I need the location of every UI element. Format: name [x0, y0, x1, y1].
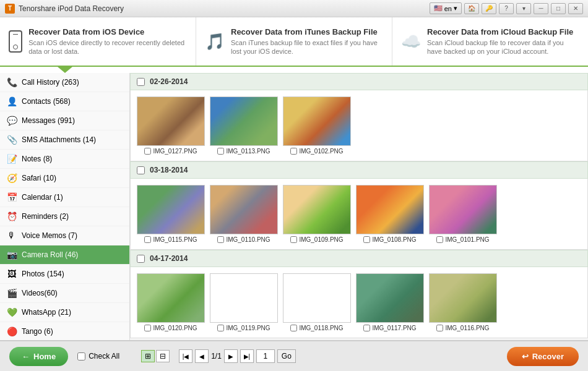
date-label-0: 02-26-2014	[150, 77, 188, 86]
sidebar-item-videos[interactable]: 🎬 Videos(60)	[0, 284, 129, 303]
date-header-1: 03-18-2014	[130, 161, 588, 179]
photo-label-img0110: IMG_0110.PNG	[217, 236, 270, 243]
page-number-input[interactable]	[256, 349, 275, 363]
prev-page-button[interactable]: ◀	[195, 349, 209, 363]
menu-btn[interactable]: ▾	[516, 3, 531, 14]
main-layout: 📞 Call History (263) 👤 Contacts (568) 💬 …	[0, 73, 588, 340]
photo-thumb-img0102[interactable]	[283, 96, 351, 146]
photo-thumb-img0116[interactable]	[429, 273, 497, 323]
photo-checkbox-img0113[interactable]	[217, 148, 224, 155]
photo-label-img0102: IMG_0102.PNG	[290, 148, 343, 155]
itunes-title: Recover Data from iTunes Backup File	[231, 27, 383, 36]
photo-thumb-img0117[interactable]	[356, 273, 424, 323]
go-button[interactable]: Go	[277, 349, 296, 363]
list-view-button[interactable]: ⊟	[156, 350, 170, 362]
photo-thumb-img0115[interactable]	[137, 185, 205, 234]
photo-label-img0127: IMG_0127.PNG	[144, 148, 197, 155]
sidebar-item-contacts[interactable]: 👤 Contacts (568)	[0, 92, 129, 111]
header-icloud-section[interactable]: ☁️ Recover Data from iCloud Backup File …	[392, 17, 588, 66]
window-title: Tenorshare iPod Data Recovery	[19, 4, 430, 13]
photo-thumb-img0127[interactable]	[137, 96, 205, 146]
date-group-2: 04-17-2014 IMG_0120.PNG IMG_0119.PNG IMG…	[130, 250, 588, 338]
sidebar-icon-notes: 📝	[6, 153, 17, 164]
photo-label-img0115: IMG_0115.PNG	[144, 236, 197, 243]
sidebar-icon-photos: 🖼	[6, 268, 17, 279]
photo-checkbox-img0101[interactable]	[436, 236, 443, 243]
maximize-btn[interactable]: □	[551, 3, 566, 14]
ios-title: Recover Data from iOS Device	[28, 27, 187, 36]
recover-icon: ↩	[522, 352, 529, 361]
home-button[interactable]: ← Home	[9, 347, 68, 366]
photo-label-img0101: IMG_0101.PNG	[436, 236, 489, 243]
photo-thumb-img0101[interactable]	[429, 185, 497, 234]
home-arrow-icon: ←	[22, 352, 30, 361]
photo-thumb-img0120[interactable]	[137, 273, 205, 323]
photo-checkbox-img0117[interactable]	[363, 325, 370, 331]
photo-checkbox-img0118[interactable]	[290, 325, 297, 331]
sidebar-item-calendar[interactable]: 📅 Calendar (1)	[0, 188, 129, 207]
header: Recover Data from iOS Device Scan iOS de…	[0, 17, 588, 67]
home-titlebar-btn[interactable]: 🏠	[464, 3, 479, 14]
sidebar-item-call-history[interactable]: 📞 Call History (263)	[0, 73, 129, 92]
sidebar-item-safari[interactable]: 🧭 Safari (10)	[0, 169, 129, 188]
photo-thumb-img0109[interactable]	[283, 185, 351, 234]
date-group-checkbox-2[interactable]	[137, 255, 145, 263]
sidebar-item-photos[interactable]: 🖼 Photos (154)	[0, 265, 129, 284]
photo-filename-img0109: IMG_0109.PNG	[299, 236, 343, 243]
photo-thumb-img0108[interactable]	[356, 185, 424, 234]
sidebar-item-camera-roll[interactable]: 📷 Camera Roll (46)	[0, 245, 129, 265]
photo-checkbox-img0116[interactable]	[436, 325, 443, 331]
sidebar-label-whatsapp: WhatsApp (21)	[22, 308, 71, 317]
date-group-checkbox-1[interactable]	[137, 166, 145, 174]
next-page-button[interactable]: ▶	[224, 349, 238, 363]
sidebar-icon-safari: 🧭	[6, 173, 17, 184]
photo-filename-img0101: IMG_0101.PNG	[445, 236, 489, 243]
last-page-button[interactable]: ▶|	[240, 349, 254, 363]
sidebar-item-sms-attachments[interactable]: 📎 SMS Attachments (14)	[0, 130, 129, 150]
header-ios-section[interactable]: Recover Data from iOS Device Scan iOS de…	[0, 17, 196, 66]
photo-item-img0109: IMG_0109.PNG	[283, 185, 351, 243]
section-pointer	[0, 67, 588, 73]
photo-checkbox-img0119[interactable]	[217, 325, 224, 331]
photo-thumb-img0118[interactable]	[283, 273, 351, 323]
photo-item-img0102: IMG_0102.PNG	[283, 96, 351, 155]
photo-checkbox-img0109[interactable]	[290, 236, 297, 243]
photo-checkbox-img0115[interactable]	[144, 236, 151, 243]
photo-thumb-img0119[interactable]	[210, 273, 278, 323]
photo-checkbox-img0102[interactable]	[290, 148, 297, 155]
sidebar-item-whatsapp[interactable]: 💚 WhatsApp (21)	[0, 303, 129, 322]
help-btn[interactable]: ?	[499, 3, 514, 14]
date-group-1: 03-18-2014 IMG_0115.PNG IMG_0110.PNG IMG…	[130, 161, 588, 250]
key-btn[interactable]: 🔑	[482, 3, 496, 14]
sidebar-icon-messages: 💬	[6, 115, 17, 126]
minimize-btn[interactable]: ─	[534, 3, 548, 14]
triangle-icon	[58, 67, 72, 73]
sidebar-item-notes[interactable]: 📝 Notes (8)	[0, 150, 129, 169]
language-selector[interactable]: 🇺🇸 en ▾	[430, 2, 462, 14]
photo-item-img0120: IMG_0120.PNG	[137, 273, 205, 331]
sidebar-item-voice-memos[interactable]: 🎙 Voice Memos (7)	[0, 226, 129, 245]
photo-thumb-img0110[interactable]	[210, 185, 278, 234]
date-group-checkbox-0[interactable]	[137, 78, 145, 86]
header-itunes-section[interactable]: 🎵 Recover Data from iTunes Backup File S…	[196, 17, 392, 66]
grid-view-button[interactable]: ⊞	[141, 350, 155, 362]
photo-checkbox-img0110[interactable]	[217, 236, 224, 243]
sidebar-item-tango[interactable]: 🔴 Tango (6)	[0, 322, 129, 340]
sidebar-item-reminders[interactable]: ⏰ Reminders (2)	[0, 207, 129, 226]
photo-checkbox-img0108[interactable]	[363, 236, 370, 243]
photo-checkbox-img0127[interactable]	[144, 148, 151, 155]
photo-filename-img0115: IMG_0115.PNG	[153, 236, 197, 243]
sidebar-icon-calendar: 📅	[6, 192, 17, 203]
check-all-checkbox[interactable]	[77, 352, 85, 360]
close-btn[interactable]: ✕	[568, 3, 583, 14]
photo-item-img0110: IMG_0110.PNG	[210, 185, 278, 243]
recover-button[interactable]: ↩ Recover	[507, 347, 579, 366]
first-page-button[interactable]: |◀	[179, 349, 192, 363]
photo-thumb-img0113[interactable]	[210, 96, 278, 146]
sidebar-item-messages[interactable]: 💬 Messages (991)	[0, 111, 129, 130]
photo-checkbox-img0120[interactable]	[144, 325, 151, 331]
titlebar: T Tenorshare iPod Data Recovery 🇺🇸 en ▾ …	[0, 0, 588, 17]
sidebar-label-messages: Messages (991)	[22, 116, 75, 125]
sidebar-icon-camera-roll: 📷	[6, 249, 17, 260]
home-button-label: Home	[33, 352, 56, 361]
